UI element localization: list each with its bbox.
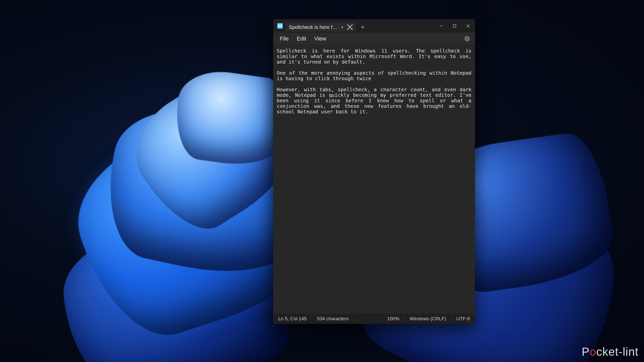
settings-button[interactable] xyxy=(462,34,472,43)
text-editor[interactable]: Spellcheck is here for Windows 11 users.… xyxy=(273,45,475,314)
tab-close-button[interactable] xyxy=(347,24,353,30)
status-encoding[interactable]: UTF-8 xyxy=(451,314,475,324)
close-icon xyxy=(347,24,353,30)
maximize-icon xyxy=(453,24,456,28)
menu-view[interactable]: View xyxy=(311,34,330,43)
tab-modified-indicator-icon: • xyxy=(341,24,343,30)
minimize-button[interactable] xyxy=(434,19,448,33)
status-cursor-position[interactable]: Ln 5, Col 145 xyxy=(273,314,312,324)
svg-rect-0 xyxy=(453,25,456,27)
gear-icon xyxy=(464,36,470,41)
close-icon xyxy=(466,24,470,28)
watermark-logo: Pocket-lint xyxy=(582,345,638,358)
menubar: File Edit View xyxy=(273,33,475,45)
titlebar[interactable]: Spellcheck is here for Windows 11 u • xyxy=(273,19,475,33)
close-window-button[interactable] xyxy=(461,19,475,33)
window-controls xyxy=(434,19,475,33)
maximize-button[interactable] xyxy=(448,19,461,33)
plus-icon xyxy=(361,25,365,29)
tab-title: Spellcheck is here for Windows 11 u xyxy=(289,24,338,30)
document-tab[interactable]: Spellcheck is here for Windows 11 u • xyxy=(285,23,356,32)
statusbar: Ln 5, Col 145 534 characters 100% Window… xyxy=(273,314,475,324)
new-tab-button[interactable] xyxy=(357,23,368,32)
status-line-ending[interactable]: Windows (CRLF) xyxy=(405,314,452,324)
menu-edit[interactable]: Edit xyxy=(293,34,310,43)
notepad-app-icon xyxy=(276,22,284,30)
status-character-count[interactable]: 534 characters xyxy=(312,314,354,324)
minimize-icon xyxy=(439,24,443,28)
notepad-window: Spellcheck is here for Windows 11 u • Fi… xyxy=(273,19,475,324)
menu-file[interactable]: File xyxy=(276,34,292,43)
status-zoom[interactable]: 100% xyxy=(382,314,405,324)
